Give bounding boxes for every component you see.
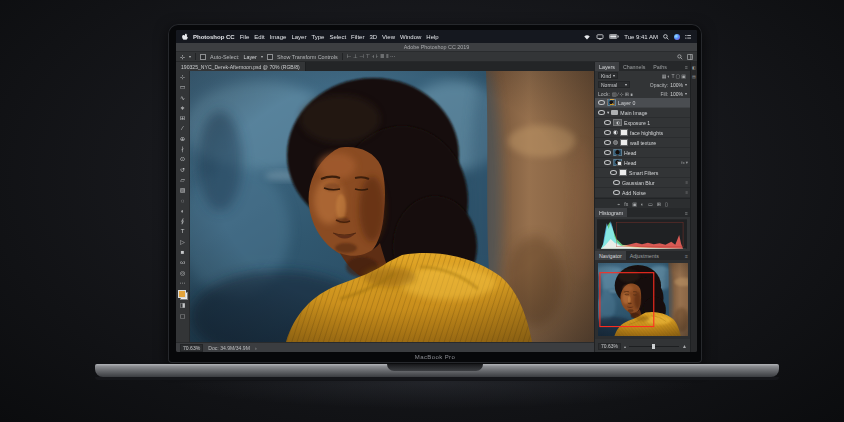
tool-preset-caret-icon[interactable]: ▾ xyxy=(189,54,191,59)
dodge-tool[interactable]: ◐ xyxy=(176,206,189,216)
add-mask-icon[interactable]: ▣ xyxy=(632,201,637,207)
smart-filter-chevron-icon[interactable]: ▾ xyxy=(686,160,688,165)
document-tab[interactable]: 190325_NYC_Derek-Afternoon.psd @ 70% (RG… xyxy=(176,62,306,71)
shape-tool[interactable]: ■ xyxy=(176,247,189,257)
menu-clock[interactable]: Tue 9:41 AM xyxy=(624,34,658,40)
panel-menu-icon[interactable]: ≡ xyxy=(683,208,690,217)
lock-all-icon[interactable]: ∎ xyxy=(630,91,634,97)
zoom-in-icon[interactable]: ▲ xyxy=(682,343,687,349)
layer-row-layer0[interactable]: Layer 0 xyxy=(595,98,690,108)
new-group-icon[interactable]: ▭ xyxy=(648,201,653,207)
screen-mode-icon[interactable]: ▢ xyxy=(176,311,189,321)
layer-row-exposure[interactable]: Exposure 1 xyxy=(595,118,690,128)
zoom-tool[interactable]: ◎ xyxy=(176,268,189,278)
collapsed-panel-icon[interactable]: ◧ xyxy=(692,65,696,70)
menu-select[interactable]: Select xyxy=(329,34,346,40)
wifi-icon[interactable] xyxy=(583,34,591,40)
filter-smart-object-icon[interactable]: ▣ xyxy=(681,73,687,79)
menu-view[interactable]: View xyxy=(382,34,395,40)
visibility-eye-icon[interactable] xyxy=(604,160,611,166)
history-brush-tool[interactable]: ↺ xyxy=(176,165,189,175)
foreground-color-swatch[interactable] xyxy=(178,290,186,298)
smart-object-thumbnail[interactable] xyxy=(613,159,622,166)
edit-toolbar-icon[interactable]: ⋯ xyxy=(176,278,189,288)
delete-layer-icon[interactable]: ▯ xyxy=(665,201,668,207)
eyedropper-tool[interactable]: ∕ xyxy=(176,123,189,133)
siri-icon[interactable] xyxy=(674,34,680,40)
menu-layer[interactable]: Layer xyxy=(291,34,306,40)
marquee-tool[interactable]: ▭ xyxy=(176,82,189,92)
visibility-eye-icon[interactable] xyxy=(604,120,611,126)
photo-canvas[interactable] xyxy=(190,71,594,342)
visibility-eye-icon[interactable] xyxy=(613,180,620,186)
blend-mode-select[interactable]: Normal▾ xyxy=(598,81,630,88)
slider-thumb[interactable] xyxy=(652,344,655,349)
layer-row-smart-filters[interactable]: Smart Filters xyxy=(595,168,690,178)
lasso-tool[interactable]: ∿ xyxy=(176,93,189,103)
new-layer-icon[interactable]: ⊞ xyxy=(657,201,661,207)
color-swatches[interactable] xyxy=(178,290,188,300)
navigator-zoom-slider[interactable] xyxy=(629,346,679,347)
layer-row-add-noise[interactable]: Add Noise ≡ xyxy=(595,188,690,198)
align-buttons[interactable]: ⊢⊥⊣⊤⫞⊦≣⫴⋯ xyxy=(347,53,397,60)
tab-navigator[interactable]: Navigator xyxy=(595,251,626,260)
tab-layers[interactable]: Layers xyxy=(595,62,619,71)
hand-tool[interactable]: ω xyxy=(176,257,189,267)
navigator-zoom-field[interactable]: 70.63% xyxy=(598,343,621,350)
layer-thumbnail[interactable] xyxy=(607,99,616,106)
filter-blend-options-icon[interactable]: ≡ xyxy=(685,190,688,195)
layer-row-wall-texture[interactable]: wall texture xyxy=(595,138,690,148)
menu-help[interactable]: Help xyxy=(426,34,438,40)
blur-tool[interactable]: ◌ xyxy=(176,196,189,206)
visibility-eye-icon[interactable] xyxy=(604,150,611,156)
menu-app-name[interactable]: Photoshop CC xyxy=(193,34,235,40)
tab-channels[interactable]: Channels xyxy=(619,62,649,71)
navigator-preview[interactable] xyxy=(595,260,690,339)
filter-blend-options-icon[interactable]: ≡ xyxy=(685,180,688,185)
notification-center-icon[interactable] xyxy=(685,34,691,40)
spot-healing-tool[interactable]: ⊕ xyxy=(176,134,189,144)
layer-icon[interactable] xyxy=(613,140,618,145)
opacity-value[interactable]: 100% xyxy=(670,82,683,88)
show-transform-checkbox[interactable] xyxy=(267,54,273,60)
status-arrow-icon[interactable]: › xyxy=(255,345,257,351)
battery-icon[interactable] xyxy=(609,34,619,39)
visibility-eye-icon[interactable] xyxy=(610,170,617,176)
adjustment-icon[interactable] xyxy=(613,130,618,135)
filter-type-icons[interactable]: ▦◐T▢▣ xyxy=(662,73,687,79)
layer-row-head-1[interactable]: Head xyxy=(595,148,690,158)
menu-type[interactable]: Type xyxy=(311,34,324,40)
layer-row-gaussian-blur[interactable]: Gaussian Blur ≡ xyxy=(595,178,690,188)
visibility-eye-icon[interactable] xyxy=(598,110,605,116)
gradient-tool[interactable]: ▨ xyxy=(176,185,189,195)
zoom-level-field[interactable]: 70.63% xyxy=(180,344,203,352)
panel-menu-icon[interactable]: ≡ xyxy=(683,251,690,260)
filter-kind-select[interactable]: Kind▾ xyxy=(598,72,618,79)
more-options-icon[interactable]: ⋯ xyxy=(390,53,397,59)
visibility-eye-icon[interactable] xyxy=(604,130,611,136)
fill-value[interactable]: 100% xyxy=(670,91,683,97)
caret-icon[interactable]: ▾ xyxy=(685,91,687,96)
visibility-eye-icon[interactable] xyxy=(604,140,611,146)
tab-histogram[interactable]: Histogram xyxy=(595,208,627,217)
layer-row-head-2[interactable]: Head fx▾ xyxy=(595,158,690,168)
layer-mask-thumbnail[interactable] xyxy=(620,129,628,136)
menu-image[interactable]: Image xyxy=(270,34,287,40)
layer-fx-icon[interactable]: fx xyxy=(681,160,684,165)
pen-tool[interactable]: ∮ xyxy=(176,216,189,226)
visibility-eye-icon[interactable] xyxy=(598,100,605,106)
layer-style-icon[interactable]: fx xyxy=(624,201,628,207)
display-mirroring-icon[interactable] xyxy=(596,34,604,40)
workspace-switcher-icon[interactable] xyxy=(687,54,693,60)
quick-mask-icon[interactable]: ◨ xyxy=(176,300,189,310)
layer-row-face-highlights[interactable]: face highlights xyxy=(595,128,690,138)
layer-mask-thumbnail[interactable] xyxy=(620,139,628,146)
menu-file[interactable]: File xyxy=(240,34,250,40)
group-expand-chevron-icon[interactable]: ▾ xyxy=(607,110,609,115)
menu-3d[interactable]: 3D xyxy=(369,34,377,40)
caret-icon[interactable]: ▾ xyxy=(685,82,687,87)
crop-tool[interactable]: ⊞ xyxy=(176,113,189,123)
eraser-tool[interactable]: ▱ xyxy=(176,175,189,185)
collapsed-panel-icon[interactable]: ▤ xyxy=(692,74,696,79)
move-tool-icon[interactable]: ⊹ xyxy=(180,53,185,60)
